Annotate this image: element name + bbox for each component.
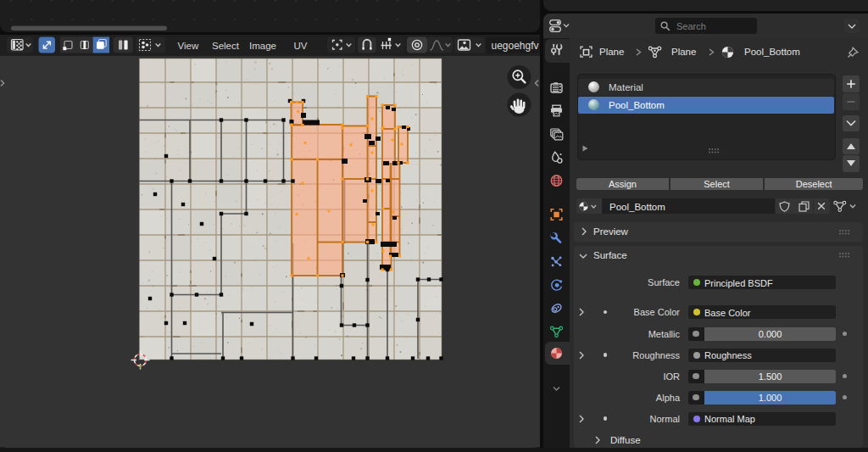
svg-text:UV: UV <box>294 41 308 51</box>
svg-text:uegoehgfv: uegoehgfv <box>492 40 539 52</box>
svg-text:Select: Select <box>212 41 240 51</box>
svg-text:View: View <box>178 41 199 51</box>
svg-text:Image: Image <box>249 41 276 51</box>
